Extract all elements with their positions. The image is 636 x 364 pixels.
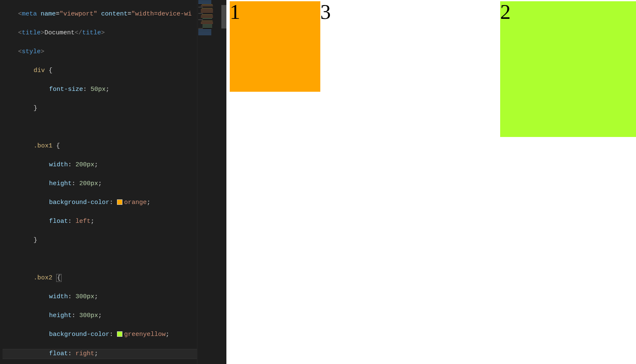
browser-preview-pane: 1 2 3: [226, 0, 636, 364]
box2-bg: greenyellow: [124, 331, 166, 338]
box2-height: 300px: [79, 312, 98, 319]
minimap[interactable]: [197, 0, 221, 364]
meta-name: viewport: [63, 10, 93, 18]
vertical-scrollbar[interactable]: [221, 0, 226, 364]
title-text: Document: [44, 29, 75, 36]
code-area[interactable]: <meta name="viewport" content="width=dev…: [0, 0, 226, 364]
preview-box-1: 1: [230, 1, 320, 92]
color-swatch-greenyellow: [117, 331, 122, 337]
box1-width: 200px: [75, 161, 94, 168]
scroll-thumb[interactable]: [221, 5, 226, 28]
box1-bg: orange: [124, 199, 147, 206]
code-editor-pane[interactable]: <meta name="viewport" content="width=dev…: [0, 0, 226, 364]
div-font-size: 50px: [91, 86, 106, 93]
box1-height: 200px: [79, 180, 98, 187]
preview-box-2: 2: [500, 1, 636, 137]
box2-width: 300px: [75, 293, 94, 300]
color-swatch-orange: [117, 199, 122, 205]
box1-float: left: [75, 218, 91, 225]
meta-content: width=device-wi: [135, 10, 192, 18]
box2-float: right: [75, 350, 94, 357]
